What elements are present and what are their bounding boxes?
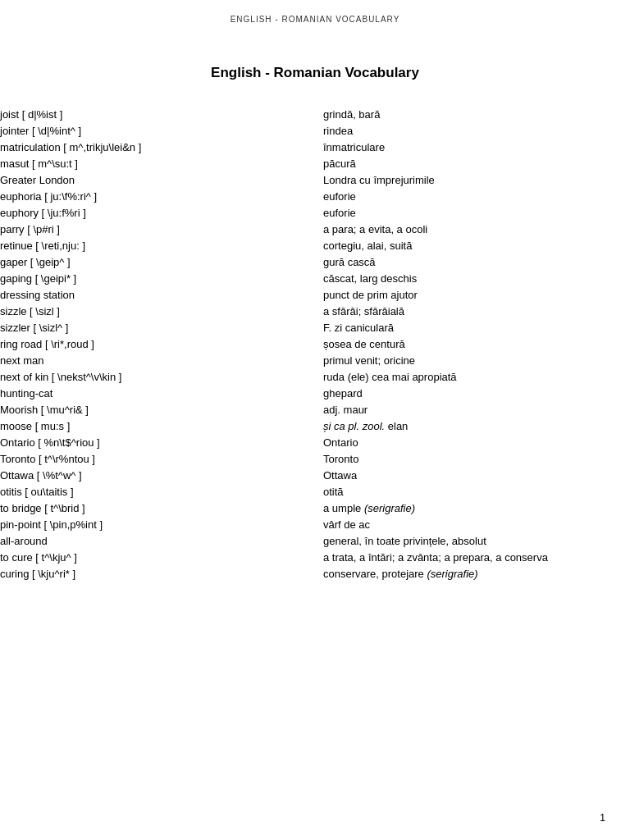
romanian-translation: a umple (serigrafie)	[315, 500, 630, 516]
romanian-translation: ruda (ele) cea mai apropiată	[315, 368, 630, 385]
romanian-translation: șosea de centură	[315, 336, 630, 352]
english-term: parry [ \p#ri ]	[0, 221, 315, 237]
english-term: matriculation [ m^,trikju\lei&n ]	[0, 139, 315, 155]
romanian-translation: otită	[315, 483, 630, 500]
table-row: Ontario [ %n\t$^riou ]Ontario	[0, 434, 630, 450]
english-term: gaper [ \geip^ ]	[0, 253, 315, 270]
page-header: ENGLISH - ROMANIAN VOCABULARY	[0, 0, 630, 24]
table-row: curing [ \kju^ri* ]conservare, protejare…	[0, 565, 630, 582]
english-term: dressing station	[0, 286, 315, 303]
romanian-translation: primul venit; oricine	[315, 352, 630, 368]
romanian-translation: general, în toate privințele, absolut	[315, 532, 630, 549]
table-row: masut [ m^\su:t ]păcură	[0, 155, 630, 171]
table-row: gaper [ \geip^ ]gură cască	[0, 253, 630, 270]
table-row: Ottawa [ \%t^w^ ]Ottawa	[0, 467, 630, 483]
table-row: to cure [ t^\kju^ ]a trata, a întări; a …	[0, 549, 630, 565]
romanian-translation: F. zi caniculară	[315, 319, 630, 336]
english-term: to bridge [ t^\brid ]	[0, 500, 315, 516]
english-term: hunting-cat	[0, 385, 315, 401]
main-title: English - Romanian Vocabulary	[0, 65, 630, 81]
english-term: Ottawa [ \%t^w^ ]	[0, 467, 315, 483]
romanian-translation: păcură	[315, 155, 630, 171]
english-term: masut [ m^\su:t ]	[0, 155, 315, 171]
romanian-translation: euforie	[315, 188, 630, 204]
english-term: sizzle [ \sizl ]	[0, 303, 315, 319]
english-term: moose [ mu:s ]	[0, 418, 315, 434]
romanian-translation: și ca pl. zool. elan	[315, 418, 630, 434]
english-term: euphory [ \ju:f%ri ]	[0, 204, 315, 221]
romanian-translation: a sfârâi; sfârâială	[315, 303, 630, 319]
table-row: Greater LondonLondra cu împrejurimile	[0, 171, 630, 188]
english-term: Toronto [ t^\r%ntou ]	[0, 450, 315, 467]
romanian-translation: punct de prim ajutor	[315, 286, 630, 303]
table-row: Moorish [ \mu^ri& ]adj. maur	[0, 401, 630, 418]
table-row: matriculation [ m^,trikju\lei&n ]înmatri…	[0, 139, 630, 155]
english-term: Ontario [ %n\t$^riou ]	[0, 434, 315, 450]
english-term: otitis [ ou\taitis ]	[0, 483, 315, 500]
vocab-table: joist [ d|%ist ]grindă, barăjointer [ \d…	[0, 106, 630, 582]
table-row: dressing stationpunct de prim ajutor	[0, 286, 630, 303]
table-row: sizzle [ \sizl ]a sfârâi; sfârâială	[0, 303, 630, 319]
page-number: 1	[600, 812, 605, 824]
romanian-translation: Ontario	[315, 434, 630, 450]
english-term: next of kin [ \nekst^\v\kin ]	[0, 368, 315, 385]
romanian-translation: euforie	[315, 204, 630, 221]
english-term: curing [ \kju^ri* ]	[0, 565, 315, 582]
header-title: ENGLISH - ROMANIAN VOCABULARY	[231, 15, 400, 24]
romanian-translation: Ottawa	[315, 467, 630, 483]
table-row: next of kin [ \nekst^\v\kin ]ruda (ele) …	[0, 368, 630, 385]
table-row: joist [ d|%ist ]grindă, bară	[0, 106, 630, 122]
table-row: euphory [ \ju:f%ri ]euforie	[0, 204, 630, 221]
romanian-translation: Londra cu împrejurimile	[315, 171, 630, 188]
table-row: to bridge [ t^\brid ]a umple (serigrafie…	[0, 500, 630, 516]
romanian-translation: gură cască	[315, 253, 630, 270]
romanian-translation: conservare, protejare (serigrafie)	[315, 565, 630, 582]
table-row: pin-point [ \pin,p%int ]vârf de ac	[0, 516, 630, 532]
english-term: gaping [ \geipi* ]	[0, 270, 315, 286]
table-row: jointer [ \d|%int^ ]rindea	[0, 122, 630, 139]
english-term: Moorish [ \mu^ri& ]	[0, 401, 315, 418]
romanian-translation: vârf de ac	[315, 516, 630, 532]
english-term: sizzler [ \sizl^ ]	[0, 319, 315, 336]
english-term: next man	[0, 352, 315, 368]
romanian-translation: adj. maur	[315, 401, 630, 418]
english-term: euphoria [ ju:\f%:ri^ ]	[0, 188, 315, 204]
romanian-translation: înmatriculare	[315, 139, 630, 155]
english-term: ring road [ \ri*,roud ]	[0, 336, 315, 352]
table-row: retinue [ \reti,nju: ]cortegiu, alai, su…	[0, 237, 630, 253]
table-row: parry [ \p#ri ]a para; a evita, a ocoli	[0, 221, 630, 237]
romanian-translation: cortegiu, alai, suită	[315, 237, 630, 253]
english-term: pin-point [ \pin,p%int ]	[0, 516, 315, 532]
romanian-translation: a para; a evita, a ocoli	[315, 221, 630, 237]
table-row: gaping [ \geipi* ]căscat, larg deschis	[0, 270, 630, 286]
romanian-translation: grindă, bară	[315, 106, 630, 122]
english-term: joist [ d|%ist ]	[0, 106, 315, 122]
table-row: sizzler [ \sizl^ ]F. zi caniculară	[0, 319, 630, 336]
romanian-translation: a trata, a întări; a zvânta; a prepara, …	[315, 549, 630, 565]
romanian-translation: rindea	[315, 122, 630, 139]
table-row: euphoria [ ju:\f%:ri^ ]euforie	[0, 188, 630, 204]
table-row: Toronto [ t^\r%ntou ]Toronto	[0, 450, 630, 467]
english-term: all-around	[0, 532, 315, 549]
table-row: moose [ mu:s ]și ca pl. zool. elan	[0, 418, 630, 434]
table-row: next manprimul venit; oricine	[0, 352, 630, 368]
romanian-translation: căscat, larg deschis	[315, 270, 630, 286]
table-row: ring road [ \ri*,roud ]șosea de centură	[0, 336, 630, 352]
table-row: otitis [ ou\taitis ]otită	[0, 483, 630, 500]
english-term: Greater London	[0, 171, 315, 188]
english-term: retinue [ \reti,nju: ]	[0, 237, 315, 253]
table-row: hunting-catghepard	[0, 385, 630, 401]
table-row: all-aroundgeneral, în toate privințele, …	[0, 532, 630, 549]
romanian-translation: Toronto	[315, 450, 630, 467]
romanian-translation: ghepard	[315, 385, 630, 401]
english-term: to cure [ t^\kju^ ]	[0, 549, 315, 565]
english-term: jointer [ \d|%int^ ]	[0, 122, 315, 139]
